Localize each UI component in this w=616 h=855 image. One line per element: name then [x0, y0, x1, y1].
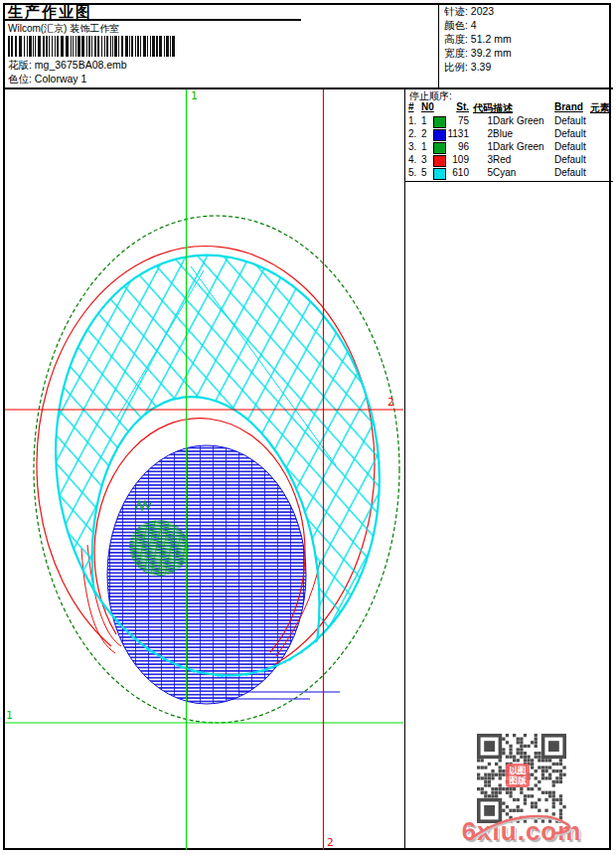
column-header-5: Brand [554, 101, 583, 112]
cell-seq: 1. [408, 115, 416, 126]
cell-code: 3 [467, 154, 493, 165]
cell-code: 1 [467, 115, 493, 126]
right-panel-divider [404, 87, 405, 850]
info-row-1: 颜色: 4 [438, 18, 612, 32]
cell-n: 1 [421, 141, 427, 152]
cell-desc: Blue [493, 128, 513, 139]
design-info-box: 针迹: 2023颜色: 4高度: 51.2 mm宽度: 39.2 mm比例: 3… [438, 4, 612, 87]
colorway-line: 色位: Colorway 1 [8, 73, 86, 86]
cell-desc: Cyan [493, 167, 516, 178]
cell-code: 1 [467, 141, 493, 152]
column-header-3: 代码 [467, 101, 493, 115]
cell-brand: Default [554, 141, 586, 152]
colorway-label: 色位: [8, 73, 32, 85]
studio-name: Wilcom(汇京) 装饰工作室 [8, 22, 119, 36]
cell-n: 3 [421, 154, 427, 165]
cell-brand: Default [554, 128, 586, 139]
cell-n: 5 [421, 167, 427, 178]
info-row-3: 宽度: 39.2 mm [438, 46, 612, 60]
production-worksheet: 生产作业图 Wilcom(汇京) 装饰工作室 花版: mg_3675BA08.e… [0, 0, 616, 855]
stop-sequence-header-row: #N0St.代码描述Brand元素 [405, 101, 612, 114]
column-header-4: 描述 [493, 101, 513, 115]
stop-sequence-row-4: 4.31093RedDefault [405, 154, 612, 167]
cell-desc: Dark Green [493, 115, 544, 126]
stop-sequence-row-5: 5.56105CyanDefault [405, 167, 612, 180]
page-title: 生产作业图 [8, 3, 92, 22]
cell-brand: Default [554, 167, 586, 178]
6xiu-logo-text: 6xiu.com [452, 816, 591, 847]
cell-brand: Default [554, 154, 586, 165]
cell-code: 2 [467, 128, 493, 139]
cell-desc: Red [493, 154, 511, 165]
colorway-value: Colorway 1 [35, 73, 87, 85]
cell-seq: 3. [408, 141, 416, 152]
cell-st: 109 [441, 154, 469, 165]
column-header-6: 元素 [590, 101, 610, 115]
cell-brand: Default [554, 115, 586, 126]
stop-sequence-row-3: 3.1961Dark GreenDefault [405, 141, 612, 154]
cell-desc: Dark Green [493, 141, 544, 152]
stop-sequence-table: 停止顺序: #N0St.代码描述Brand元素1.1751Dark GreenD… [405, 87, 612, 181]
cell-seq: 4. [408, 154, 416, 165]
cell-n: 2 [421, 128, 427, 139]
stop-sequence-row-1: 1.1751Dark GreenDefault [405, 115, 612, 128]
info-row-2: 高度: 51.2 mm [438, 32, 612, 46]
cell-st: 96 [441, 141, 469, 152]
info-row-0: 针迹: 2023 [438, 4, 612, 18]
cell-st: 1131 [441, 128, 469, 139]
cell-seq: 2. [408, 128, 416, 139]
column-header-2: St. [441, 101, 469, 112]
cell-st: 610 [441, 167, 469, 178]
cell-st: 75 [441, 115, 469, 126]
design-file-line: 花版: mg_3675BA08.emb [8, 59, 127, 73]
info-row-4: 比例: 3.39 [438, 60, 612, 74]
cell-n: 1 [421, 115, 427, 126]
column-header-0: # [408, 101, 414, 112]
column-header-1: N0 [421, 101, 434, 112]
cell-seq: 5. [408, 167, 416, 178]
design-file-value: mg_3675BA08.emb [35, 59, 127, 71]
table-bottom-border [404, 181, 613, 182]
design-file-label: 花版: [8, 59, 32, 71]
cell-code: 5 [467, 167, 493, 178]
stop-sequence-row-2: 2.211312BlueDefault [405, 128, 612, 141]
